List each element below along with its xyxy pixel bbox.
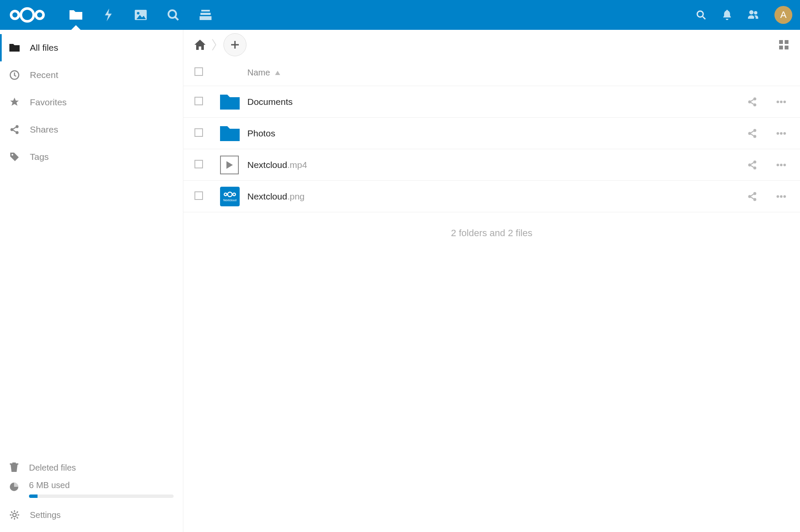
svg-point-57 — [783, 195, 786, 198]
row-checkbox[interactable] — [194, 128, 203, 137]
content: Name DocumentsPhotosNextcloud.mp4Nextclo… — [183, 30, 800, 532]
breadcrumb-home[interactable] — [194, 40, 206, 50]
nav-shares[interactable]: Shares — [0, 116, 183, 143]
svg-point-36 — [783, 101, 786, 103]
file-row[interactable]: Documents — [183, 86, 800, 118]
quota-text: 6 MB used — [29, 480, 174, 490]
search-button[interactable] — [696, 10, 706, 20]
nav-label: All files — [30, 43, 58, 53]
svg-rect-27 — [779, 40, 783, 44]
topbar-right: A — [696, 6, 792, 24]
main-area: All files Recent Favorites Shares Tags D… — [0, 30, 800, 532]
user-avatar[interactable]: A — [774, 6, 792, 24]
nav-label: Recent — [30, 70, 58, 80]
nav-all-files[interactable]: All files — [0, 34, 183, 61]
app-activity[interactable] — [92, 0, 125, 30]
svg-point-55 — [777, 195, 779, 198]
view-toggle[interactable] — [779, 40, 789, 50]
nav-recent[interactable]: Recent — [0, 61, 183, 89]
quota-display: 6 MB used — [0, 480, 183, 502]
share-icon — [9, 124, 20, 135]
svg-point-48 — [783, 164, 786, 166]
more-button[interactable] — [776, 132, 786, 135]
svg-rect-29 — [779, 46, 783, 49]
tag-icon — [9, 152, 20, 162]
svg-point-16 — [12, 154, 13, 156]
svg-rect-8 — [200, 13, 211, 15]
file-name[interactable]: Nextcloud.png — [247, 191, 747, 202]
file-row[interactable]: Photos — [183, 118, 800, 149]
svg-line-6 — [175, 17, 178, 20]
stack-icon — [200, 10, 212, 20]
file-row[interactable]: NextcloudNextcloud.png — [183, 181, 800, 212]
app-gallery[interactable] — [125, 0, 157, 30]
svg-rect-7 — [201, 10, 210, 12]
home-icon — [194, 40, 206, 50]
file-name[interactable]: Photos — [247, 128, 747, 139]
row-checkbox[interactable] — [194, 160, 203, 168]
new-button[interactable] — [223, 33, 246, 56]
nav-label: Favorites — [30, 97, 67, 107]
svg-point-34 — [777, 101, 779, 103]
bell-icon — [722, 10, 732, 20]
app-deck[interactable] — [189, 0, 222, 30]
file-thumb — [220, 125, 247, 142]
row-checkbox[interactable] — [194, 191, 203, 200]
col-name-label: Name — [247, 68, 270, 78]
share-button[interactable] — [747, 128, 757, 139]
more-button[interactable] — [776, 195, 786, 198]
bolt-icon — [103, 9, 113, 21]
svg-point-51 — [233, 193, 235, 196]
file-list: DocumentsPhotosNextcloud.mp4NextcloudNex… — [183, 86, 800, 212]
file-name[interactable]: Nextcloud.mp4 — [247, 160, 747, 170]
svg-line-24 — [17, 517, 18, 518]
file-thumb — [220, 156, 247, 174]
list-summary: 2 folders and 2 files — [183, 212, 800, 254]
star-icon — [9, 97, 20, 107]
svg-point-5 — [168, 10, 176, 18]
svg-point-35 — [780, 101, 783, 103]
nav-tags[interactable]: Tags — [0, 143, 183, 171]
file-name[interactable]: Documents — [247, 97, 747, 107]
more-button[interactable] — [776, 100, 786, 104]
topbar: A — [0, 0, 800, 30]
more-button[interactable] — [776, 163, 786, 167]
settings-label: Settings — [30, 510, 61, 520]
file-row[interactable]: Nextcloud.mp4 — [183, 149, 800, 181]
grid-icon — [779, 40, 789, 50]
sort-asc-icon — [275, 71, 280, 75]
contacts-button[interactable] — [748, 10, 758, 20]
image-icon — [135, 10, 147, 20]
select-all-checkbox[interactable] — [194, 67, 203, 76]
svg-point-46 — [777, 164, 779, 166]
magnify-icon — [167, 9, 179, 21]
sidebar: All files Recent Favorites Shares Tags D… — [0, 30, 183, 532]
nav-favorites[interactable]: Favorites — [0, 89, 183, 116]
svg-line-26 — [17, 512, 18, 513]
col-name-header[interactable]: Name — [247, 68, 280, 78]
deleted-label: Deleted files — [29, 463, 76, 473]
share-button[interactable] — [747, 97, 757, 107]
svg-point-49 — [224, 193, 227, 196]
app-search[interactable] — [157, 0, 189, 30]
app-logo[interactable] — [8, 5, 47, 25]
trash-icon — [9, 463, 19, 473]
breadcrumb-separator — [212, 38, 217, 51]
nav-settings[interactable]: Settings — [0, 502, 183, 528]
svg-point-18 — [13, 513, 16, 517]
search-icon — [696, 10, 706, 20]
svg-rect-30 — [785, 46, 788, 49]
notifications-button[interactable] — [722, 10, 732, 20]
row-checkbox[interactable] — [194, 97, 203, 105]
app-files[interactable] — [60, 0, 92, 30]
share-button[interactable] — [747, 160, 757, 170]
svg-rect-9 — [200, 16, 212, 20]
svg-point-40 — [777, 132, 779, 135]
svg-point-1 — [21, 9, 34, 21]
people-icon — [748, 10, 758, 20]
share-button[interactable] — [747, 191, 757, 202]
nav-deleted[interactable]: Deleted files — [0, 455, 183, 480]
app-switcher — [60, 0, 222, 30]
svg-point-47 — [780, 164, 783, 166]
breadcrumb-bar — [183, 30, 800, 60]
